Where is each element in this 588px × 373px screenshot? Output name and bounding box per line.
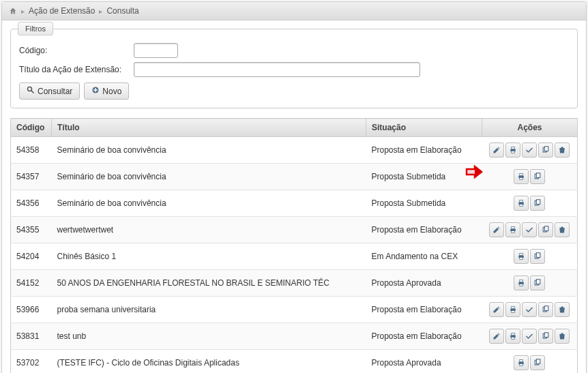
copy-button[interactable] <box>530 275 545 290</box>
table-row: 53966proba semana universitariaProposta … <box>11 297 578 323</box>
approve-button[interactable] <box>522 143 537 158</box>
approve-button[interactable] <box>522 222 537 237</box>
svg-rect-40 <box>512 338 515 340</box>
print-button[interactable] <box>505 143 520 158</box>
col-header-titulo[interactable]: Título <box>52 119 366 137</box>
novo-label: Novo <box>102 87 121 96</box>
cell-situacao: Proposta Aprovada <box>366 350 482 374</box>
print-button[interactable] <box>514 355 529 370</box>
table-row: 53702(TESTE IFC) - Ciclo de Oficinas Dig… <box>11 350 578 374</box>
svg-rect-5 <box>512 151 515 153</box>
print-button[interactable] <box>514 169 529 184</box>
cell-codigo: 54358 <box>11 137 52 164</box>
consultar-button[interactable]: Consultar <box>19 83 80 100</box>
svg-rect-9 <box>520 174 523 176</box>
delete-button[interactable] <box>555 143 570 158</box>
filters-legend: Filtros <box>18 22 53 35</box>
copy-button[interactable] <box>538 143 553 158</box>
delete-button[interactable] <box>555 329 570 344</box>
table-row: 5415250 ANOS DA ENGENHARIA FLORESTAL NO … <box>11 270 578 297</box>
print-button[interactable] <box>514 196 529 211</box>
svg-rect-45 <box>520 364 523 366</box>
filters-panel: Filtros Código: Título da Ação de Extens… <box>10 29 578 108</box>
col-header-situacao[interactable]: Situação <box>366 119 482 137</box>
cell-codigo: 54356 <box>11 190 52 217</box>
home-icon[interactable] <box>9 7 17 15</box>
cell-codigo: 54204 <box>11 243 52 270</box>
cell-situacao: Proposta Submetida <box>366 190 482 217</box>
svg-line-1 <box>31 91 34 93</box>
breadcrumb-item-consulta: Consulta <box>106 6 138 16</box>
svg-rect-17 <box>537 200 540 205</box>
svg-rect-47 <box>537 359 540 364</box>
cell-acoes <box>482 350 578 374</box>
cell-acoes <box>482 217 578 243</box>
approve-button[interactable] <box>522 329 537 344</box>
svg-rect-37 <box>545 306 548 311</box>
edit-button[interactable] <box>489 302 504 317</box>
cell-titulo: 50 ANOS DA ENGENHARIA FLORESTAL NO BRASI… <box>52 270 366 297</box>
print-button[interactable] <box>514 249 529 264</box>
plus-icon <box>91 86 100 96</box>
svg-rect-4 <box>512 147 515 149</box>
table-row: 54355wertwetwertwetProposta em Elaboraçã… <box>11 217 578 243</box>
cell-codigo: 54357 <box>11 164 52 190</box>
cell-situacao: Proposta Aprovada <box>366 270 482 297</box>
consultar-label: Consultar <box>38 87 72 96</box>
delete-button[interactable] <box>555 302 570 317</box>
cell-titulo: Seminário de boa convivência <box>52 164 366 190</box>
cell-acoes <box>482 190 578 217</box>
svg-rect-12 <box>537 173 540 178</box>
cell-acoes <box>482 137 578 164</box>
svg-rect-19 <box>512 227 515 229</box>
copy-button[interactable] <box>538 329 553 344</box>
copy-button[interactable] <box>530 169 545 184</box>
print-button[interactable] <box>505 222 520 237</box>
edit-button[interactable] <box>489 143 504 158</box>
cell-codigo: 54152 <box>11 270 52 297</box>
table-row: 54357Seminário de boa convivênciaPropost… <box>11 164 578 190</box>
cell-titulo: (TESTE IFC) - Ciclo de Oficinas Digitais… <box>52 350 366 374</box>
cell-acoes <box>482 164 578 190</box>
print-button[interactable] <box>505 302 520 317</box>
svg-rect-10 <box>520 178 523 180</box>
cell-codigo: 53966 <box>11 297 52 323</box>
svg-rect-7 <box>545 147 548 151</box>
col-header-codigo[interactable]: Código <box>11 119 52 137</box>
cell-titulo: test unb <box>52 323 366 350</box>
svg-rect-20 <box>512 231 515 233</box>
svg-rect-24 <box>520 254 523 256</box>
titulo-input[interactable] <box>134 62 420 77</box>
print-button[interactable] <box>505 329 520 344</box>
print-button[interactable] <box>514 275 529 290</box>
svg-rect-29 <box>520 280 523 282</box>
cell-codigo: 54355 <box>11 217 52 243</box>
titulo-label: Título da Ação de Extensão: <box>19 65 128 74</box>
codigo-input[interactable] <box>134 43 178 58</box>
copy-button[interactable] <box>538 302 553 317</box>
breadcrumb-item-acao[interactable]: Ação de Extensão <box>29 6 95 16</box>
cell-titulo: proba semana universitaria <box>52 297 366 323</box>
cell-titulo: Seminário de boa convivência <box>52 190 366 217</box>
edit-button[interactable] <box>489 329 504 344</box>
cell-acoes <box>482 297 578 323</box>
copy-button[interactable] <box>530 249 545 264</box>
edit-button[interactable] <box>489 222 504 237</box>
cell-situacao: Proposta em Elaboração <box>366 137 482 164</box>
svg-rect-32 <box>537 280 540 284</box>
cell-situacao: Proposta em Elaboração <box>366 217 482 243</box>
chevron-right-icon: ▸ <box>21 8 25 15</box>
copy-button[interactable] <box>538 222 553 237</box>
svg-rect-42 <box>545 333 548 338</box>
novo-button[interactable]: Novo <box>84 83 129 100</box>
svg-rect-34 <box>512 307 515 309</box>
cell-titulo: wertwetwertwet <box>52 217 366 243</box>
svg-rect-35 <box>512 311 515 313</box>
results-table: Código Título Situação Ações 54358Seminá… <box>10 118 578 373</box>
copy-button[interactable] <box>530 355 545 370</box>
delete-button[interactable] <box>555 222 570 237</box>
copy-button[interactable] <box>530 196 545 211</box>
svg-rect-14 <box>520 200 523 203</box>
search-icon <box>27 86 35 96</box>
approve-button[interactable] <box>522 302 537 317</box>
